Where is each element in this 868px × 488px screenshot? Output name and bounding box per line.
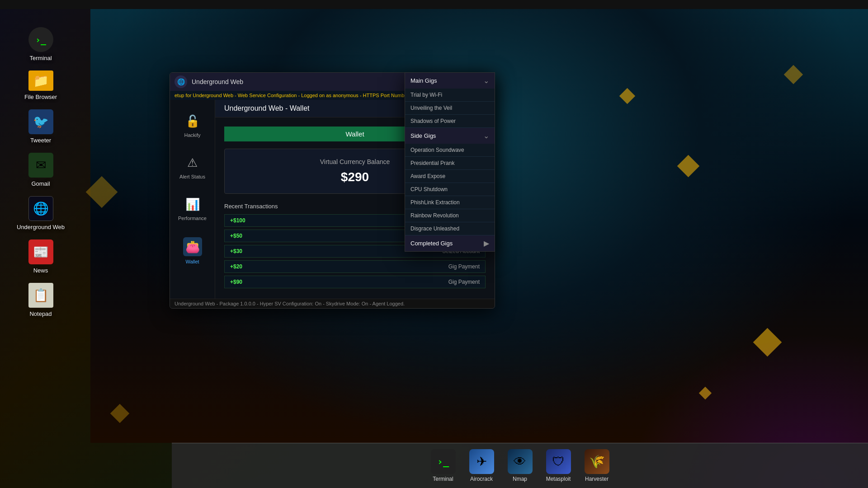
transaction-amount: +$100 [230, 217, 262, 224]
sidebar-label-file-browser: File Browser [24, 94, 57, 100]
taskbar-label-airocrack: Airocrack [470, 476, 493, 482]
sidebar-label-news: News [33, 267, 48, 274]
main-gigs-header[interactable]: Main Gigs ⌄ [405, 73, 495, 89]
gig-item-shadows-of-power[interactable]: Shadows of Power [405, 115, 495, 128]
taskbar-item-terminal[interactable]: ›_ Terminal [431, 449, 456, 482]
wallet-header-text: Wallet [345, 130, 364, 138]
gig-item-cpu-shutdown[interactable]: CPU Shutdown [405, 183, 495, 196]
sidebar-label-underground-web: Underground Web [17, 224, 65, 230]
taskbar-bottom: ›_ Terminal ✈ Airocrack 👁 Nmap 🛡 Metaspl… [172, 443, 868, 488]
sidebar-label-gomail: Gomail [31, 180, 50, 187]
sidebar-item-terminal[interactable]: ›_ Terminal [14, 27, 68, 61]
window-subtitle-text: Underground Web - Wallet [224, 104, 310, 112]
nav-label-wallet: Wallet [185, 259, 199, 264]
wallet-icon: 👛 [183, 237, 202, 256]
terminal-icon: ›_ [28, 27, 53, 52]
main-gigs-chevron-icon: ⌄ [483, 76, 489, 85]
hackify-icon: 🔓 [184, 113, 201, 130]
completed-gigs-section[interactable]: Completed Gigs ▶ [405, 235, 495, 251]
taskbar-label-harvester: Harvester [585, 476, 609, 482]
taskbar-item-harvester[interactable]: 🌾 Harvester [585, 449, 609, 482]
taskbar-label-metasploit: Metasploit [546, 476, 571, 482]
gig-item-presidential-prank[interactable]: Presidential Prank [405, 157, 495, 170]
window-title-icon: 🌐 [175, 75, 187, 88]
transaction-amount: +$50 [230, 233, 262, 239]
nav-label-performance: Performance [178, 216, 207, 221]
transaction-amount: +$20 [230, 263, 262, 270]
nav-item-alert-status[interactable]: ⚠ Alert Status [175, 150, 211, 183]
transaction-row: +$90Gig Payment [224, 276, 486, 288]
sidebar-item-underground-web[interactable]: 🌐 Underground Web [14, 196, 68, 230]
taskbar-label-terminal: Terminal [433, 476, 453, 482]
gig-item-unveiling-the-veil[interactable]: Unveiling the Veil [405, 102, 495, 115]
nav-item-wallet[interactable]: 👛 Wallet [175, 234, 211, 268]
side-gigs-header[interactable]: Side Gigs ⌄ [405, 128, 495, 144]
window-statusbar: Underground Web - Package 1.0.0.0 - Hype… [170, 299, 495, 308]
taskbar-nmap-icon: 👁 [508, 449, 533, 474]
sidebar-item-gomail[interactable]: ✉ Gomail [14, 153, 68, 187]
sidebar: ›_ Terminal 📁 File Browser 🐦 Tweeter ✉ G… [0, 9, 81, 443]
gomail-icon: ✉ [28, 153, 53, 178]
address-bar-text: etup for Underground Web - Web Service C… [175, 93, 441, 98]
status-bar-text: Underground Web - Package 1.0.0.0 - Hype… [175, 301, 405, 306]
window-nav: 🔓 Hackify ⚠ Alert Status 📊 Performance 👛… [170, 100, 215, 299]
sidebar-item-tweeter[interactable]: 🐦 Tweeter [14, 109, 68, 144]
nav-label-alert-status: Alert Status [179, 174, 205, 179]
transaction-description: Gig Payment [262, 263, 480, 270]
sidebar-item-file-browser[interactable]: 📁 File Browser [14, 70, 68, 100]
gig-item-disgrace-unleashed[interactable]: Disgrace Unleashed [405, 222, 495, 235]
sidebar-label-notepad: Notepad [29, 310, 52, 317]
taskbar-label-nmap: Nmap [513, 476, 527, 482]
taskbar-metasploit-icon: 🛡 [546, 449, 571, 474]
taskbar-item-metasploit[interactable]: 🛡 Metasploit [546, 449, 571, 482]
completed-gigs-label: Completed Gigs [410, 240, 453, 247]
taskbar-item-airocrack[interactable]: ✈ Airocrack [469, 449, 494, 482]
transaction-amount: +$30 [230, 248, 262, 254]
taskbar-item-nmap[interactable]: 👁 Nmap [508, 449, 533, 482]
side-gigs-chevron-icon: ⌄ [483, 131, 489, 140]
taskbar-harvester-icon: 🌾 [585, 449, 609, 474]
transaction-description: Gig Payment [262, 279, 480, 285]
gig-item-operation-soundwave[interactable]: Operation Soundwave [405, 144, 495, 157]
side-gigs-label: Side Gigs [410, 132, 436, 139]
performance-icon: 📊 [184, 196, 201, 213]
transaction-row: +$20Gig Payment [224, 260, 486, 273]
alert-status-icon: ⚠ [184, 154, 201, 171]
main-gigs-label: Main Gigs [410, 77, 437, 84]
nav-item-hackify[interactable]: 🔓 Hackify [175, 109, 211, 141]
transaction-amount: +$90 [230, 279, 262, 285]
gigs-panel: Main Gigs ⌄ Trial by Wi-FiUnveiling the … [405, 72, 495, 252]
news-icon: 📰 [28, 239, 53, 264]
gig-item-trial-by-wifi[interactable]: Trial by Wi-Fi [405, 89, 495, 102]
sidebar-label-tweeter: Tweeter [30, 137, 51, 144]
gig-item-rainbow-revolution[interactable]: Rainbow Revolution [405, 209, 495, 222]
file-browser-icon: 📁 [28, 70, 53, 91]
side-gigs-list: Operation SoundwavePresidential PrankAwa… [405, 144, 495, 235]
tweeter-icon: 🐦 [28, 109, 53, 134]
nav-label-hackify: Hackify [184, 132, 200, 138]
notepad-icon: 📋 [28, 283, 53, 308]
main-gigs-list: Trial by Wi-FiUnveiling the VeilShadows … [405, 89, 495, 128]
sidebar-item-notepad[interactable]: 📋 Notepad [14, 283, 68, 317]
taskbar-terminal-icon: ›_ [431, 449, 456, 474]
gig-item-award-expose[interactable]: Award Expose [405, 170, 495, 183]
taskbar-airocrack-icon: ✈ [469, 449, 494, 474]
gig-item-phishlink-extraction[interactable]: PhishLink Extraction [405, 196, 495, 209]
taskbar-top [0, 0, 868, 9]
underground-web-icon: 🌐 [28, 196, 53, 221]
sidebar-label-terminal: Terminal [29, 55, 52, 61]
sidebar-item-news[interactable]: 📰 News [14, 239, 68, 274]
nav-item-performance[interactable]: 📊 Performance [175, 192, 211, 225]
completed-gigs-arrow-icon: ▶ [484, 239, 489, 248]
